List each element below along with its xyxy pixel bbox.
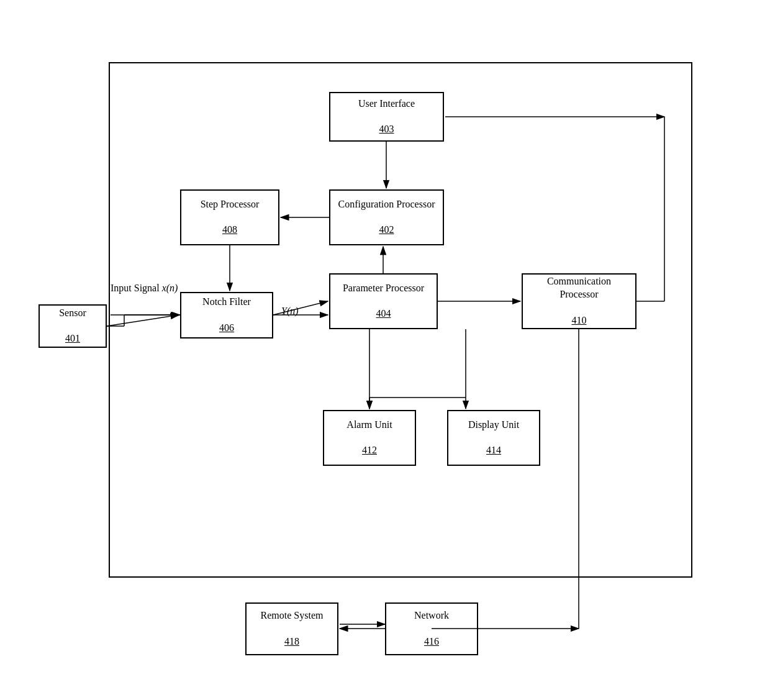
network-block: Network 416 (385, 602, 478, 655)
user-interface-block: User Interface 403 (329, 92, 444, 142)
communication-processor-block: Communication Processor 410 (522, 273, 636, 329)
yn-label: Y(n) (281, 306, 299, 317)
parameter-processor-block: Parameter Processor 404 (329, 273, 438, 329)
alarm-unit-block: Alarm Unit 412 (323, 410, 416, 466)
configuration-processor-block: Configuration Processor 402 (329, 189, 444, 245)
input-signal-label: Input Signal x(n) (111, 283, 178, 294)
notch-filter-block: Notch Filter 406 (180, 292, 273, 339)
sensor-block: Sensor 401 (38, 304, 107, 348)
remote-system-block: Remote System 418 (245, 602, 338, 655)
display-unit-block: Display Unit 414 (447, 410, 540, 466)
step-processor-block: Step Processor 408 (180, 189, 279, 245)
